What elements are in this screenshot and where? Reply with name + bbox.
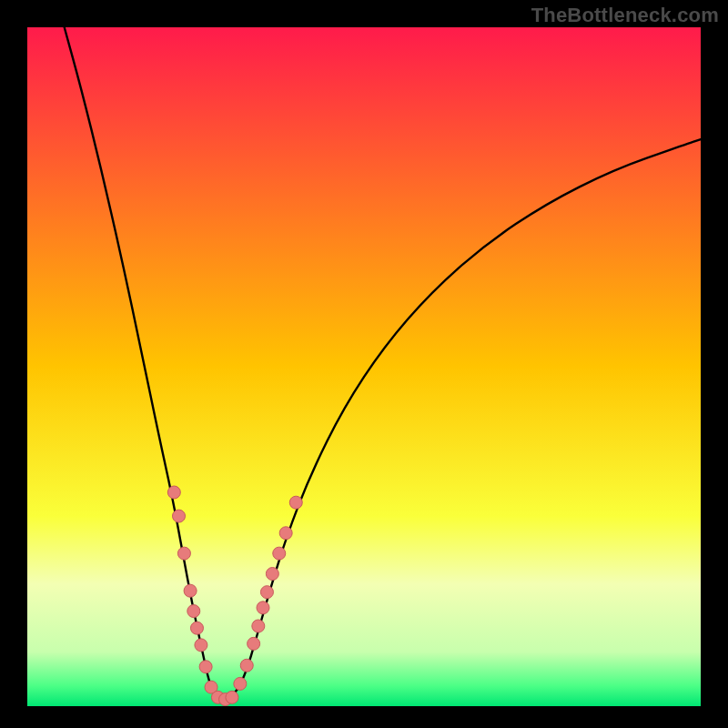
curve-marker — [252, 620, 265, 632]
curve-marker — [187, 605, 200, 618]
curve-marker — [234, 677, 247, 690]
curve-marker — [260, 586, 273, 599]
watermark-text: TheBottleneck.com — [531, 4, 719, 27]
curve-marker — [257, 602, 269, 614]
curve-marker — [248, 637, 260, 650]
curve-marker — [199, 661, 212, 673]
bottleneck-chart — [0, 0, 728, 728]
curve-marker — [195, 639, 207, 652]
curve-marker — [190, 622, 203, 634]
curve-marker — [289, 496, 302, 509]
curve-marker — [273, 547, 286, 560]
curve-marker — [226, 691, 238, 703]
curve-marker — [167, 486, 180, 499]
plot-background — [27, 27, 701, 706]
curve-marker — [240, 659, 253, 672]
curve-marker — [177, 547, 190, 560]
curve-marker — [184, 584, 197, 597]
curve-marker — [279, 527, 292, 540]
curve-marker — [266, 568, 278, 581]
curve-marker — [173, 510, 186, 522]
